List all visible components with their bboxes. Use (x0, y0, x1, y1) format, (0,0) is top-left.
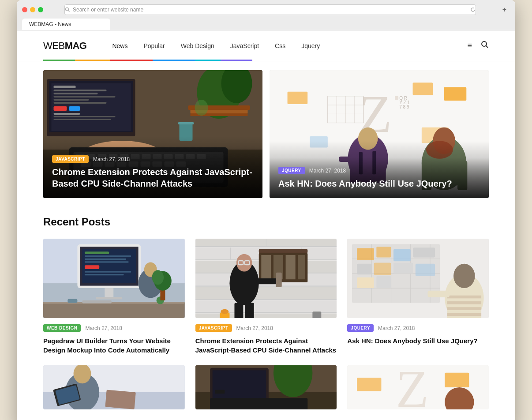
svg-marker-2 (473, 7, 474, 8)
svg-rect-162 (393, 249, 411, 262)
active-tab[interactable]: WEBMAG - News (22, 19, 110, 30)
svg-rect-12 (54, 93, 98, 94)
svg-rect-176 (447, 313, 481, 316)
address-text: Search or enter website name (73, 7, 143, 13)
nav-webdesign[interactable]: Web Design (173, 30, 222, 61)
nav-jquery[interactable]: Jquery (293, 30, 328, 61)
svg-point-171 (453, 264, 475, 288)
post-card-1[interactable]: WEB DESIGN March 27, 2018 Pagedraw UI Bu… (43, 239, 185, 355)
svg-rect-103 (96, 297, 122, 300)
featured-overlay-1: JAVASCRIPT March 27, 2018 Chrome Extensi… (43, 146, 262, 198)
svg-rect-20 (54, 119, 111, 120)
svg-rect-19 (54, 116, 116, 117)
new-tab-button[interactable]: + (499, 6, 510, 14)
svg-rect-163 (413, 248, 435, 257)
svg-rect-149 (312, 311, 321, 318)
featured-card-1[interactable]: JAVASCRIPT March 27, 2018 Chrome Extensi… (43, 70, 262, 198)
nav-news[interactable]: News (104, 30, 135, 61)
browser-tabs: WEBMAG - News (22, 19, 510, 30)
main-nav: News Popular Web Design JavaScript Css J… (104, 30, 328, 61)
svg-rect-192 (210, 398, 307, 409)
hamburger-icon[interactable]: ≡ (467, 41, 472, 50)
featured-grid: JAVASCRIPT March 27, 2018 Chrome Extensi… (43, 70, 489, 198)
posts-grid: WEB DESIGN March 27, 2018 Pagedraw UI Bu… (43, 239, 489, 355)
svg-rect-137 (298, 255, 305, 279)
svg-rect-145 (234, 303, 243, 318)
svg-rect-144 (276, 273, 281, 287)
featured-date-1: March 27, 2018 (93, 156, 130, 162)
featured-overlay-2: JQUERY March 27, 2018 Ask HN: Does Anybo… (270, 158, 489, 198)
svg-rect-15 (54, 102, 107, 104)
svg-rect-165 (374, 263, 391, 275)
post-title-2: Chrome Extension Protects Against JavaSc… (195, 336, 337, 355)
svg-rect-191 (215, 390, 225, 394)
maximize-button[interactable] (38, 7, 43, 12)
featured-title-1: Chrome Extension Protects Against JavaSc… (52, 166, 254, 189)
svg-line-4 (486, 46, 488, 48)
post-thumbnail-1 (43, 239, 185, 318)
svg-rect-174 (447, 301, 481, 304)
site-header: WEBMAG News Popular Web Design JavaScrip… (17, 30, 515, 61)
search-icon (65, 7, 70, 12)
svg-rect-197 (445, 373, 469, 387)
address-bar[interactable]: Search or enter website name (64, 4, 476, 15)
svg-rect-146 (245, 303, 254, 318)
svg-rect-136 (285, 255, 295, 279)
svg-rect-109 (67, 299, 77, 303)
nav-popular[interactable]: Popular (135, 30, 172, 61)
svg-rect-108 (82, 300, 111, 304)
svg-rect-175 (447, 307, 481, 310)
bottom-thumbnail-2 (195, 365, 337, 409)
svg-text:7 8 9: 7 8 9 (399, 105, 409, 109)
svg-point-0 (66, 8, 69, 11)
bottom-partial-row: Z (43, 365, 489, 409)
svg-rect-168 (357, 278, 374, 288)
svg-rect-102 (105, 288, 113, 298)
svg-rect-100 (85, 271, 131, 272)
recent-posts-title: Recent Posts (43, 216, 489, 228)
featured-category-2: JQUERY (278, 167, 305, 174)
svg-rect-96 (85, 255, 131, 257)
post-thumbnail-2 (195, 239, 337, 318)
post-card-3[interactable]: JQUERY March 27, 2018 Ask HN: Does Anybo… (347, 239, 489, 355)
svg-rect-11 (54, 90, 107, 91)
svg-rect-99 (85, 265, 99, 269)
svg-point-26 (195, 100, 208, 116)
featured-category-1: JAVASCRIPT (52, 155, 89, 163)
svg-rect-164 (357, 264, 371, 274)
page-content: WEBMAG News Popular Web Design JavaScrip… (17, 30, 515, 420)
svg-rect-185 (105, 390, 135, 409)
post-title-3: Ask HN: Does Anybody Still Use JQuery? (347, 336, 489, 345)
svg-rect-177 (428, 291, 450, 297)
svg-rect-16 (54, 106, 67, 111)
minimize-button[interactable] (30, 7, 35, 12)
svg-rect-196 (357, 378, 381, 391)
header-search-icon[interactable] (481, 41, 489, 51)
main-content: JAVASCRIPT March 27, 2018 Chrome Extensi… (17, 70, 515, 420)
svg-rect-166 (393, 263, 413, 274)
svg-rect-132 (259, 249, 307, 253)
svg-rect-173 (447, 296, 481, 299)
close-button[interactable] (22, 7, 27, 12)
nav-css[interactable]: Css (267, 30, 293, 61)
svg-rect-56 (178, 122, 194, 124)
svg-rect-18 (54, 113, 80, 115)
svg-line-1 (68, 11, 70, 12)
nav-javascript[interactable]: JavaScript (222, 30, 267, 61)
post-title-1: Pagedraw UI Builder Turns Your Website D… (43, 336, 185, 355)
svg-rect-169 (377, 276, 391, 288)
site-logo[interactable]: WEBMAG (43, 40, 86, 52)
post-card-2[interactable]: JAVASCRIPT March 27, 2018 Chrome Extensi… (195, 239, 337, 355)
featured-card-2[interactable]: Z Q R Y Z 1 7 8 9 (270, 70, 489, 198)
svg-rect-101 (85, 274, 124, 275)
svg-rect-104 (43, 303, 185, 318)
post-card-meta-2: JAVASCRIPT March 27, 2018 (195, 324, 337, 332)
svg-point-3 (482, 41, 487, 46)
svg-rect-61 (395, 96, 398, 100)
svg-rect-134 (261, 255, 271, 279)
svg-rect-10 (54, 86, 76, 88)
svg-point-148 (221, 309, 229, 314)
post-category-2: JAVASCRIPT (195, 324, 232, 332)
svg-rect-73 (288, 92, 308, 104)
browser-window: Search or enter website name + WEBMAG - … (17, 0, 515, 420)
